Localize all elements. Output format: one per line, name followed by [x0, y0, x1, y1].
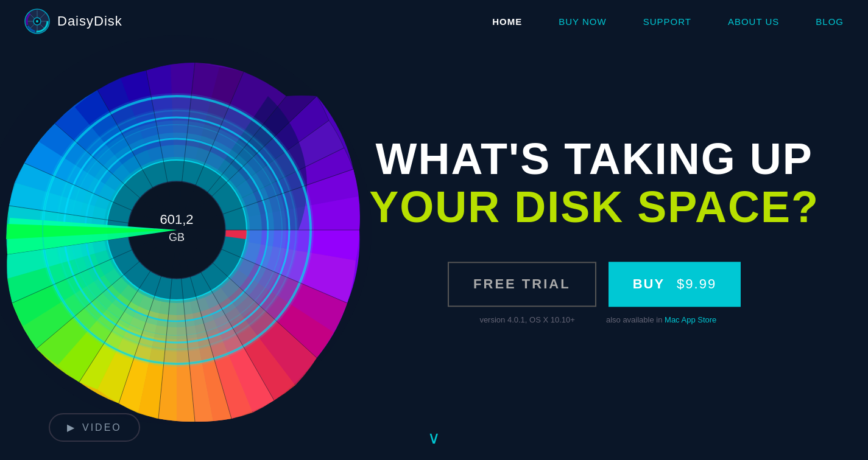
headline-line1: WHAT'S TAKING UP: [369, 135, 819, 183]
store-prefix: also available in: [606, 316, 665, 325]
headline-line2: YOUR DISK SPACE?: [369, 184, 819, 232]
chevron-down-icon: ∨: [428, 428, 440, 447]
buy-label: BUY: [633, 277, 665, 293]
disk-chart: 601,2 GB: [0, 17, 390, 443]
nav-blog[interactable]: BLOG: [816, 16, 844, 27]
nav-support[interactable]: SUPPORT: [643, 16, 691, 27]
store-info: also available in Mac App Store: [601, 316, 722, 325]
free-trial-button[interactable]: FREE TRIAL: [448, 262, 596, 307]
hero-content: WHAT'S TAKING UP YOUR DISK SPACE? FREE T…: [369, 135, 819, 324]
nav-about-us[interactable]: ABOUT US: [728, 16, 779, 27]
buy-price: $9.99: [677, 277, 716, 293]
nav-buy-now[interactable]: BUY NOW: [559, 16, 606, 27]
video-label: VIDEO: [82, 422, 122, 433]
cta-buttons: FREE TRIAL BUY $9.99: [369, 262, 819, 307]
sub-labels: version 4.0.1, OS X 10.10+ also availabl…: [369, 316, 819, 325]
app-name: DaisyDisk: [57, 13, 122, 29]
buy-button[interactable]: BUY $9.99: [609, 262, 741, 307]
nav-links: HOME BUY NOW SUPPORT ABOUT US BLOG: [492, 16, 844, 27]
video-button[interactable]: ▶ VIDEO: [49, 413, 140, 442]
navigation: DaisyDisk HOME BUY NOW SUPPORT ABOUT US …: [0, 0, 868, 43]
play-icon: ▶: [67, 422, 76, 433]
svg-point-9: [36, 20, 38, 23]
mac-app-store-link[interactable]: Mac App Store: [665, 316, 716, 325]
logo[interactable]: DaisyDisk: [24, 9, 122, 34]
headline: WHAT'S TAKING UP YOUR DISK SPACE?: [369, 135, 819, 231]
nav-home[interactable]: HOME: [492, 16, 522, 27]
version-info: version 4.0.1, OS X 10.10+: [467, 316, 588, 325]
logo-icon: [24, 9, 50, 34]
scroll-arrow[interactable]: ∨: [428, 428, 440, 448]
